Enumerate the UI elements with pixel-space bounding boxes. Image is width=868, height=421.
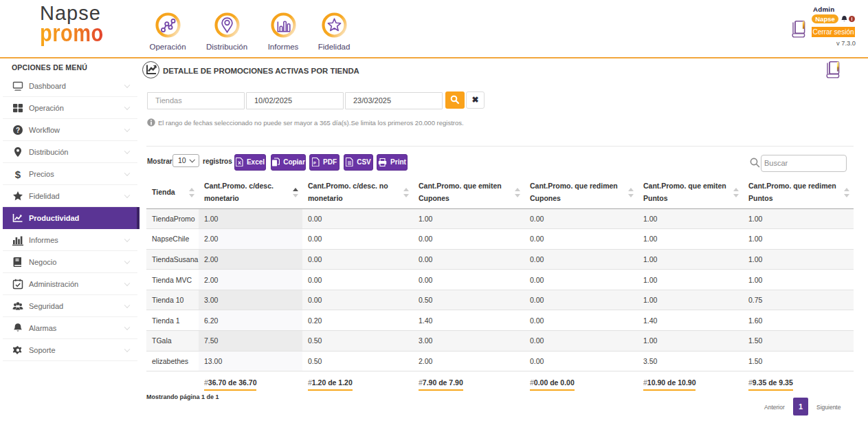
svg-text:P: P: [313, 161, 316, 165]
svg-text:?: ?: [16, 126, 20, 133]
svg-text:$: $: [15, 169, 21, 180]
